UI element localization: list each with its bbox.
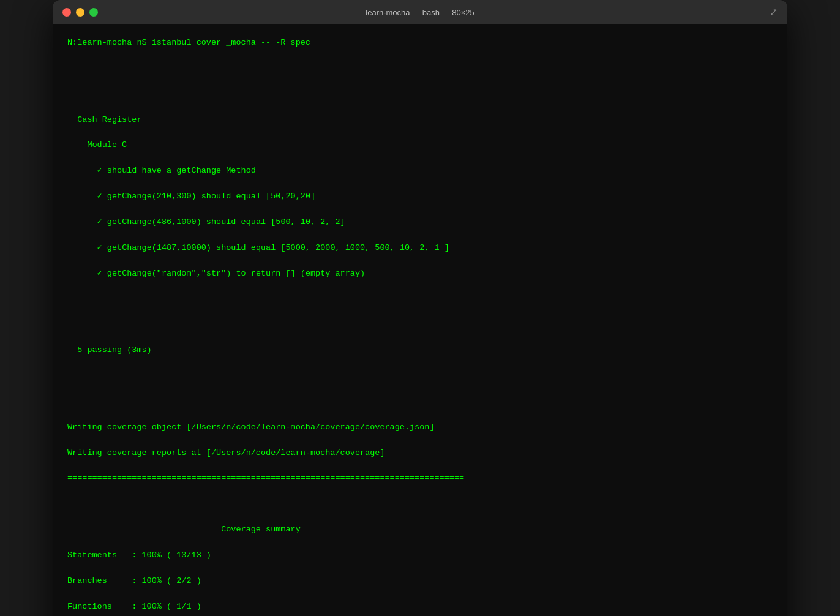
- blank3: [67, 293, 773, 306]
- blank1: [67, 62, 773, 75]
- close-button[interactable]: [62, 8, 71, 17]
- separator2: ========================================…: [67, 472, 773, 485]
- statements-line: Statements : 100% ( 13/13 ): [67, 549, 773, 562]
- test1: ✓ should have a getChange Method: [67, 165, 773, 178]
- minimize-button[interactable]: [76, 8, 84, 17]
- terminal-window: learn-mocha — bash — 80×25 ⤢ N:learn-moc…: [53, 0, 787, 616]
- test5: ✓ getChange("random","str") to return []…: [67, 268, 773, 280]
- coverage-summary-header: ============================== Coverage …: [67, 524, 773, 536]
- separator1: ========================================…: [67, 396, 773, 408]
- passing-line: 5 passing (3ms): [67, 344, 773, 357]
- test3: ✓ getChange(486,1000) should equal [500,…: [67, 216, 773, 229]
- blank5: [67, 370, 773, 383]
- terminal-content: N:learn-mocha n$ istanbul cover _mocha -…: [67, 37, 773, 616]
- blank4: [67, 318, 773, 331]
- window-title: learn-mocha — bash — 80×25: [366, 8, 474, 17]
- suite-sub: Module C: [67, 139, 773, 152]
- traffic-lights: [62, 8, 98, 17]
- branches-line: Branches : 100% ( 2/2 ): [67, 575, 773, 588]
- functions-line: Functions : 100% ( 1/1 ): [67, 601, 773, 614]
- test4: ✓ getChange(1487,10000) should equal [50…: [67, 242, 773, 255]
- expand-icon[interactable]: ⤢: [770, 6, 778, 18]
- terminal-body[interactable]: N:learn-mocha n$ istanbul cover _mocha -…: [53, 24, 787, 616]
- maximize-button[interactable]: [89, 8, 98, 17]
- blank2: [67, 88, 773, 101]
- writing2: Writing coverage reports at [/Users/n/co…: [67, 447, 773, 460]
- writing1: Writing coverage object [/Users/n/code/l…: [67, 421, 773, 434]
- suite-header: Cash Register: [67, 114, 773, 127]
- blank6: [67, 498, 773, 511]
- prompt-line: N:learn-mocha n$ istanbul cover _mocha -…: [67, 37, 773, 50]
- test2: ✓ getChange(210,300) should equal [50,20…: [67, 190, 773, 203]
- titlebar: learn-mocha — bash — 80×25 ⤢: [53, 0, 787, 24]
